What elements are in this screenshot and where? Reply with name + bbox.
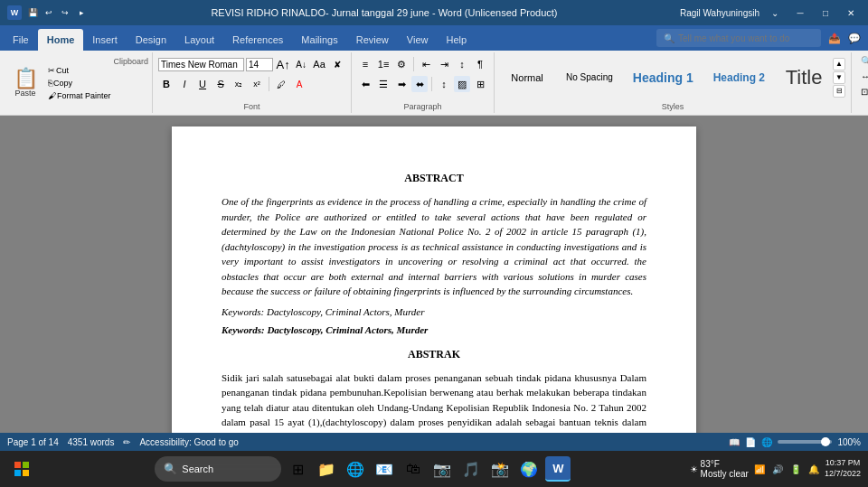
abstrak-paragraph[interactable]: Sidik jari salah satusebagai alat bukti … bbox=[222, 370, 646, 434]
tab-design[interactable]: Design bbox=[127, 29, 175, 51]
italic-btn[interactable]: I bbox=[176, 76, 193, 92]
font-name-select[interactable] bbox=[158, 58, 244, 71]
font-name-row: A↑ A↓ Aa ✘ bbox=[158, 56, 345, 72]
taskbar-search[interactable]: 🔍 Search bbox=[155, 456, 281, 482]
store-btn[interactable]: 🛍 bbox=[401, 456, 426, 482]
tab-view[interactable]: View bbox=[398, 29, 438, 51]
close-btn[interactable]: ✕ bbox=[841, 5, 861, 21]
font-shrink-btn[interactable]: A↓ bbox=[293, 56, 309, 72]
style-heading1-label: Heading 1 bbox=[633, 70, 693, 85]
align-right-btn[interactable]: ➡ bbox=[393, 76, 410, 92]
undo-qa-btn[interactable]: ↩ bbox=[42, 5, 56, 20]
maximize-btn[interactable]: □ bbox=[816, 5, 835, 21]
start-button[interactable] bbox=[7, 454, 36, 483]
email-btn[interactable]: 📧 bbox=[372, 456, 397, 482]
edge-btn[interactable]: 🌐 bbox=[343, 456, 368, 482]
style-normal-btn[interactable]: Normal bbox=[500, 54, 554, 100]
task-view-btn[interactable]: ⊞ bbox=[285, 456, 310, 482]
styles-scroll-up[interactable]: ▲ bbox=[833, 58, 845, 70]
cut-button[interactable]: ✂ Cut bbox=[45, 65, 114, 76]
font-grow-btn[interactable]: A↑ bbox=[275, 56, 291, 72]
tab-file[interactable]: File bbox=[4, 29, 38, 51]
save-qa-btn[interactable]: 💾 bbox=[25, 5, 40, 20]
tab-layout[interactable]: Layout bbox=[175, 29, 223, 51]
sort-btn[interactable]: ↕ bbox=[454, 56, 470, 72]
comments-btn[interactable]: 💬 bbox=[848, 33, 861, 44]
bullets-btn[interactable]: ≡ bbox=[357, 56, 373, 72]
increase-indent-btn[interactable]: ⇥ bbox=[436, 56, 452, 72]
style-no-spacing-btn[interactable]: No Spacing bbox=[558, 54, 621, 100]
styles-expand[interactable]: ⊟ bbox=[833, 85, 845, 98]
zoom-slider[interactable] bbox=[778, 440, 832, 444]
word-taskbar-btn[interactable]: W bbox=[545, 456, 571, 482]
instagram-btn[interactable]: 📸 bbox=[487, 456, 513, 482]
paste-icon: 📋 bbox=[14, 69, 38, 89]
zoom-handle[interactable] bbox=[821, 437, 830, 446]
change-case-btn[interactable]: Aa bbox=[311, 56, 327, 72]
view-layout-btn[interactable]: 📄 bbox=[745, 437, 756, 447]
superscript-btn[interactable]: x² bbox=[249, 76, 265, 92]
tab-insert[interactable]: Insert bbox=[83, 29, 127, 51]
paste-label: Paste bbox=[14, 89, 35, 98]
subscript-btn[interactable]: x₂ bbox=[231, 76, 247, 92]
style-title-label: Title bbox=[786, 66, 823, 89]
abstract-paragraph[interactable]: One of the fingerprints as evidence in t… bbox=[222, 194, 646, 299]
tab-home[interactable]: Home bbox=[38, 29, 84, 51]
document-page: ABSTRACT One of the fingerprints as evid… bbox=[172, 126, 696, 433]
align-justify-btn[interactable]: ⬌ bbox=[411, 76, 428, 92]
clear-format-btn[interactable]: ✘ bbox=[329, 56, 345, 72]
network-icon[interactable]: 📶 bbox=[752, 462, 767, 476]
tell-me-input[interactable] bbox=[678, 33, 814, 43]
photos-btn[interactable]: 📷 bbox=[429, 456, 455, 482]
accessibility-status[interactable]: Accessibility: Good to go bbox=[139, 437, 239, 447]
autosave-qa-btn[interactable]: ▸ bbox=[74, 5, 89, 20]
ribbon-collapse-btn[interactable]: ⌄ bbox=[765, 5, 785, 21]
clock[interactable]: 10:37 PM 12/7/2022 bbox=[825, 458, 861, 479]
title-bar-left: W 💾 ↩ ↪ ▸ bbox=[7, 5, 89, 20]
tab-mailings[interactable]: Mailings bbox=[292, 29, 346, 51]
strikethrough-btn[interactable]: S bbox=[212, 76, 229, 92]
copy-button[interactable]: ⎘ Copy bbox=[45, 78, 114, 89]
find-btn[interactable]: 🔍 Find ▼ bbox=[857, 54, 868, 68]
spotify-btn[interactable]: 🎵 bbox=[458, 456, 484, 482]
tab-review[interactable]: Review bbox=[347, 29, 398, 51]
view-web-btn[interactable]: 🌐 bbox=[761, 437, 772, 447]
text-highlight-btn[interactable]: 🖊 bbox=[273, 76, 289, 92]
styles-scroll-down[interactable]: ▼ bbox=[833, 71, 845, 84]
shading-btn[interactable]: ▨ bbox=[454, 76, 470, 92]
zoom-level[interactable]: 100% bbox=[837, 437, 861, 447]
align-center-btn[interactable]: ☰ bbox=[375, 76, 392, 92]
style-heading2-btn[interactable]: Heading 2 bbox=[705, 54, 773, 100]
share-btn[interactable]: 📤 bbox=[828, 33, 841, 44]
tab-help[interactable]: Help bbox=[437, 29, 476, 51]
bold-btn[interactable]: B bbox=[158, 76, 175, 92]
view-read-btn[interactable]: 📖 bbox=[729, 437, 740, 447]
explorer-btn[interactable]: 📁 bbox=[314, 456, 339, 482]
chrome-btn[interactable]: 🌍 bbox=[516, 456, 542, 482]
paste-button[interactable]: 📋 Paste bbox=[7, 55, 43, 110]
multilevel-btn[interactable]: ⚙ bbox=[393, 56, 410, 72]
tab-references[interactable]: References bbox=[223, 29, 292, 51]
numbering-btn[interactable]: 1≡ bbox=[375, 56, 392, 72]
style-title-btn[interactable]: Title bbox=[777, 54, 831, 100]
replace-btn[interactable]: ↔ Replace bbox=[857, 70, 868, 83]
font-size-select[interactable] bbox=[246, 58, 273, 71]
line-spacing-btn[interactable]: ↕ bbox=[436, 76, 452, 92]
battery-icon[interactable]: 🔋 bbox=[788, 462, 803, 476]
align-left-btn[interactable]: ⬅ bbox=[357, 76, 373, 92]
select-btn[interactable]: ⊡ Select ▼ bbox=[857, 85, 868, 98]
search-placeholder: Search bbox=[182, 464, 213, 474]
show-marks-btn[interactable]: ¶ bbox=[472, 56, 488, 72]
borders-btn[interactable]: ⊞ bbox=[472, 76, 488, 92]
decrease-indent-btn[interactable]: ⇤ bbox=[418, 56, 434, 72]
format-painter-button[interactable]: 🖌 Format Painter bbox=[45, 90, 114, 101]
font-color-btn[interactable]: A bbox=[291, 76, 307, 92]
redo-qa-btn[interactable]: ↪ bbox=[58, 5, 72, 20]
style-heading1-btn[interactable]: Heading 1 bbox=[625, 54, 702, 100]
track-changes-icon: ✏ bbox=[123, 437, 130, 447]
notification-icon[interactable]: 🔔 bbox=[807, 462, 821, 476]
minimize-btn[interactable]: ─ bbox=[790, 5, 810, 21]
volume-icon[interactable]: 🔊 bbox=[770, 462, 785, 476]
weather-widget[interactable]: ☀ 83°F Mostly clear bbox=[690, 459, 749, 479]
underline-btn[interactable]: U bbox=[194, 76, 211, 92]
